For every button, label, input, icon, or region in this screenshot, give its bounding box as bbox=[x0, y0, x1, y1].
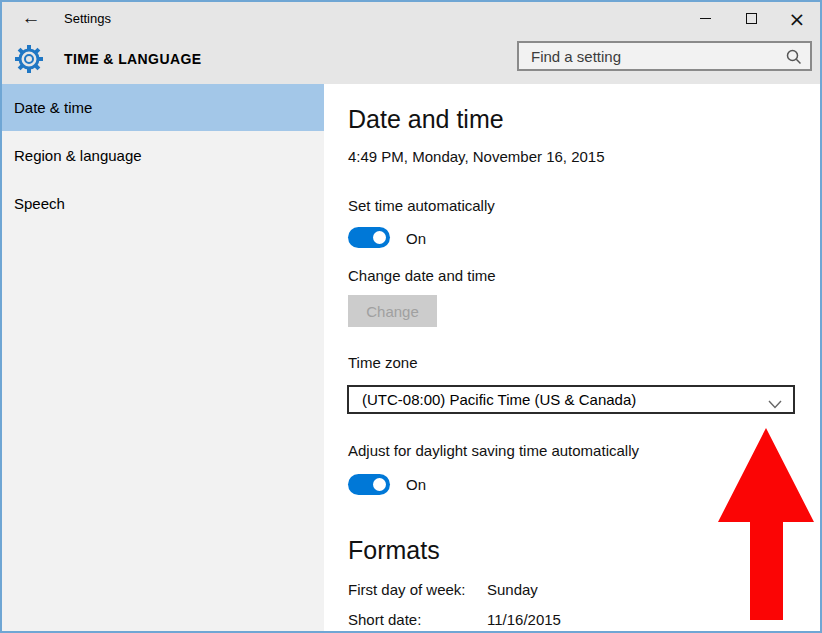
dst-label: Adjust for daylight saving time automati… bbox=[348, 441, 639, 461]
sidebar-item-region-language[interactable]: Region & language bbox=[2, 131, 324, 179]
dst-state: On bbox=[406, 476, 426, 493]
time-zone-label: Time zone bbox=[348, 353, 417, 373]
page-heading: Date and time bbox=[348, 104, 504, 134]
caption-buttons: × bbox=[682, 2, 820, 35]
search-icon[interactable] bbox=[785, 48, 803, 70]
search-input[interactable] bbox=[519, 43, 810, 69]
window-title: Settings bbox=[64, 11, 111, 26]
format-value: Sunday bbox=[487, 581, 538, 598]
close-button[interactable]: × bbox=[774, 2, 820, 35]
sidebar-item-label: Date & time bbox=[14, 99, 92, 116]
maximize-icon bbox=[746, 13, 757, 24]
change-button: Change bbox=[348, 295, 437, 327]
minimize-icon bbox=[700, 18, 711, 19]
sidebar-item-date-time[interactable]: Date & time bbox=[2, 84, 324, 131]
close-icon: × bbox=[789, 9, 806, 29]
toggle-knob bbox=[373, 478, 386, 491]
gear-icon bbox=[14, 44, 44, 78]
sidebar-item-speech[interactable]: Speech bbox=[2, 179, 324, 227]
time-zone-dropdown[interactable]: (UTC-08:00) Pacific Time (US & Canada) bbox=[347, 385, 795, 414]
format-label: First day of week: bbox=[348, 581, 466, 598]
main-content: Date and time 4:49 PM, Monday, November … bbox=[324, 84, 820, 631]
settings-window: ← Settings × bbox=[0, 0, 822, 633]
dst-toggle[interactable] bbox=[348, 474, 390, 495]
toggle-knob bbox=[373, 231, 386, 244]
formats-heading: Formats bbox=[348, 535, 440, 565]
format-value: 11/16/2015 bbox=[487, 611, 561, 628]
set-time-label: Set time automatically bbox=[348, 196, 495, 216]
page-title: TIME & LANGUAGE bbox=[64, 51, 201, 67]
sidebar-item-label: Speech bbox=[14, 195, 65, 212]
search-box bbox=[517, 41, 812, 71]
sidebar-item-label: Region & language bbox=[14, 147, 142, 164]
back-icon: ← bbox=[22, 7, 41, 29]
set-time-toggle[interactable] bbox=[348, 227, 390, 248]
time-zone-value: (UTC-08:00) Pacific Time (US & Canada) bbox=[362, 387, 636, 412]
format-label: Short date: bbox=[348, 611, 421, 628]
set-time-state: On bbox=[406, 230, 426, 247]
minimize-button[interactable] bbox=[682, 2, 728, 35]
change-date-label: Change date and time bbox=[348, 266, 496, 286]
chevron-down-icon bbox=[768, 395, 782, 413]
titlebar: ← Settings × bbox=[2, 2, 820, 35]
header: TIME & LANGUAGE bbox=[2, 35, 820, 84]
maximize-button[interactable] bbox=[728, 2, 774, 35]
back-button[interactable]: ← bbox=[16, 4, 46, 32]
current-datetime: 4:49 PM, Monday, November 16, 2015 bbox=[348, 148, 605, 165]
sidebar: Date & time Region & language Speech bbox=[2, 84, 324, 631]
